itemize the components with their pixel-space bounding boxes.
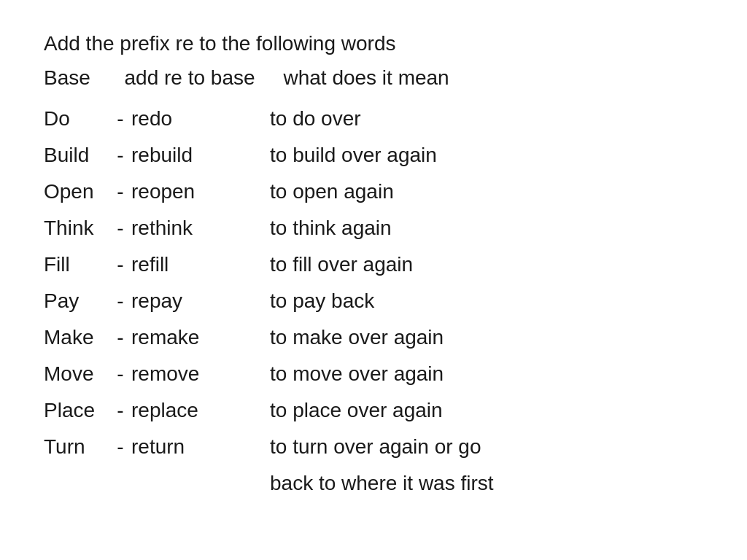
table-row: Do-redoto do over [44, 101, 703, 137]
cell-meaning: to place over again [226, 392, 703, 429]
table-row: Think-rethink to think again [44, 210, 703, 246]
cell-meaning: to fill over again [226, 246, 703, 283]
cell-base: Open [44, 174, 109, 210]
cell-dash: - [109, 210, 131, 246]
header-re-label: add re to base [125, 66, 255, 89]
cell-dash: - [109, 101, 131, 137]
table-row: Pay-repayto pay back [44, 283, 703, 319]
cell-re-word: redo [131, 101, 226, 137]
cell-meaning: to turn over again or go [226, 429, 703, 465]
header-line-1: Add the prefix re to the following words [44, 29, 703, 58]
cell-re-word: rebuild [131, 137, 226, 174]
table-row: Build-rebuildto build over again [44, 137, 703, 174]
cell-meaning: to think again [226, 210, 703, 246]
table-row: Place-replace to place over again [44, 392, 703, 429]
cell-dash: - [109, 137, 131, 174]
header-title: Add the prefix re to the following words [44, 32, 395, 55]
cell-re-word: reopen [131, 174, 226, 210]
cell-base: Fill [44, 246, 109, 283]
cell-dash: - [109, 174, 131, 210]
table-row: Fill-refillto fill over again [44, 246, 703, 283]
table-row: Turn-return to turn over again or go [44, 429, 703, 465]
cell-base: Place [44, 392, 109, 429]
cell-dash: - [109, 246, 131, 283]
cell-base: Make [44, 319, 109, 356]
table-row-extra: back to where it was first [44, 465, 703, 502]
cell-base: Pay [44, 283, 109, 319]
cell-dash: - [109, 356, 131, 392]
cell-meaning: to move over again [226, 356, 703, 392]
cell-re-word: return [131, 429, 226, 465]
page-container: Add the prefix re to the following words… [0, 0, 747, 531]
cell-re-word: refill [131, 246, 226, 283]
cell-re-word: replace [131, 392, 226, 429]
header-base-label: Base [44, 66, 90, 89]
cell-base: Think [44, 210, 109, 246]
words-table: Do-redoto do overBuild-rebuildto build o… [44, 101, 703, 502]
cell-re-word: remove [131, 356, 226, 392]
cell-dash: - [109, 319, 131, 356]
table-row: Open-reopento open again [44, 174, 703, 210]
cell-dash: - [109, 283, 131, 319]
header-line-2: Base add re to base what does it mean [44, 63, 703, 92]
cell-meaning: to open again [226, 174, 703, 210]
cell-meaning: to build over again [226, 137, 703, 174]
header-meaning-label: what does it mean [283, 66, 449, 89]
cell-base: Move [44, 356, 109, 392]
table-row: Make-remaketo make over again [44, 319, 703, 356]
cell-base: Build [44, 137, 109, 174]
cell-turn-extra: back to where it was first [226, 465, 703, 502]
cell-meaning: to do over [226, 101, 703, 137]
cell-meaning: to pay back [226, 283, 703, 319]
cell-re-word: repay [131, 283, 226, 319]
cell-base: Turn [44, 429, 109, 465]
cell-meaning: to make over again [226, 319, 703, 356]
cell-dash: - [109, 392, 131, 429]
table-row: Move-remove to move over again [44, 356, 703, 392]
cell-dash: - [109, 429, 131, 465]
cell-re-word: rethink [131, 210, 226, 246]
cell-base: Do [44, 101, 109, 137]
cell-re-word: remake [131, 319, 226, 356]
